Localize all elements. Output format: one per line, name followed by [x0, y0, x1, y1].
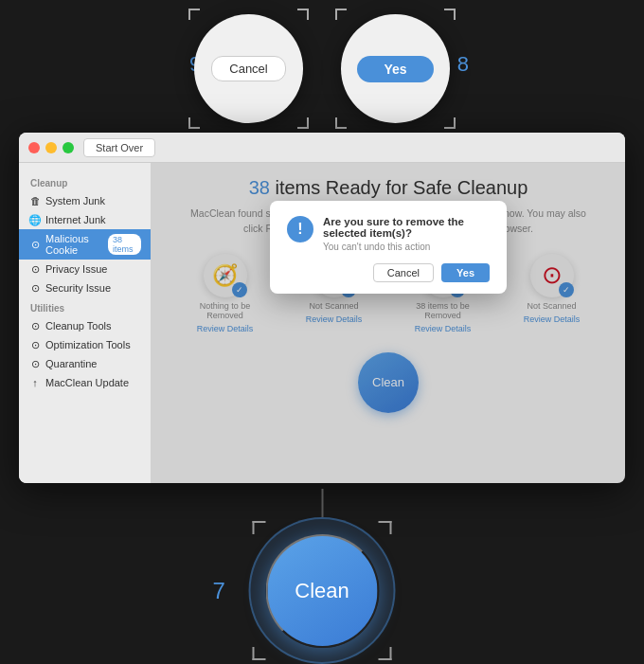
sidebar-item-privacy-issue[interactable]: ⊙ Privacy Issue	[19, 260, 151, 278]
dialog-title: Are you sure to remove the selected item…	[323, 216, 490, 239]
clean-zoom-circle: 7 Clean	[249, 517, 396, 664]
internet-junk-icon: 🌐	[28, 213, 42, 226]
maximize-button[interactable]	[63, 142, 74, 153]
cancel-zoom-circle: Cancel	[194, 14, 303, 123]
cancel-button-zoom[interactable]: Cancel	[211, 56, 285, 81]
step-number-right: 8	[457, 52, 469, 77]
sidebar-item-internet-junk[interactable]: 🌐 Internet Junk	[19, 210, 151, 229]
sidebar-item-cleanup-tools[interactable]: ⊙ Cleanup Tools	[19, 316, 151, 335]
start-over-button[interactable]: Start Over	[83, 138, 155, 157]
dialog-subtitle: You can't undo this action	[323, 242, 490, 252]
sidebar-item-system-junk[interactable]: 🗑 System Junk	[19, 191, 151, 210]
sidebar-item-security-issue[interactable]: ⊙ Security Issue	[19, 278, 151, 297]
privacy-icon: ⊙	[28, 262, 42, 276]
main-content: 38 items Ready for Safe Cleanup MacClean…	[152, 163, 625, 483]
sidebar-item-macclean-update[interactable]: ↑ MacClean Update	[19, 373, 151, 392]
system-junk-icon: 🗑	[28, 194, 42, 207]
step-number-bottom: 7	[213, 578, 225, 604]
dialog-yes-button[interactable]: Yes	[441, 263, 490, 282]
sidebar-item-quarantine[interactable]: ⊙ Quarantine	[19, 354, 151, 373]
sidebar-item-malicious-cookie[interactable]: ⊙ Malicious Cookie 38 items	[19, 229, 151, 260]
malicious-cookie-badge: 38 items	[108, 234, 141, 255]
connector-line	[321, 489, 323, 517]
dialog-cancel-button[interactable]: Cancel	[373, 263, 434, 282]
dialog-info-icon: !	[287, 216, 313, 242]
minimize-button[interactable]	[45, 142, 57, 153]
close-button[interactable]	[28, 142, 40, 153]
window-body: Cleanup 🗑 System Junk 🌐 Internet Junk ⊙ …	[19, 163, 625, 483]
top-zoom-area: 9 Cancel Yes 8	[0, 0, 644, 137]
optimization-icon: ⊙	[28, 338, 42, 351]
utilities-section-label: Utilities	[19, 297, 151, 316]
dialog-overlay: ! Are you sure to remove the selected it…	[152, 163, 625, 483]
mac-window: Start Over Cleanup 🗑 System Junk 🌐 Inter…	[19, 133, 625, 483]
security-icon: ⊙	[28, 281, 42, 295]
cleanup-tools-icon: ⊙	[28, 319, 42, 332]
confirmation-dialog: ! Are you sure to remove the selected it…	[270, 201, 507, 294]
sidebar-item-optimization-tools[interactable]: ⊙ Optimization Tools	[19, 335, 151, 354]
traffic-lights	[28, 142, 74, 153]
update-icon: ↑	[28, 376, 42, 389]
malicious-cookie-icon: ⊙	[28, 238, 42, 251]
title-bar: Start Over	[19, 133, 625, 163]
dialog-text: Are you sure to remove the selected item…	[323, 216, 490, 252]
quarantine-icon: ⊙	[28, 357, 42, 370]
cleanup-section-label: Cleanup	[19, 172, 151, 191]
dialog-body: ! Are you sure to remove the selected it…	[287, 216, 490, 252]
yes-zoom-circle: Yes	[341, 14, 450, 123]
dialog-buttons: Cancel Yes	[287, 263, 490, 282]
yes-button-zoom[interactable]: Yes	[357, 56, 433, 82]
bottom-zoom-area: 7 Clean	[249, 489, 396, 664]
clean-button-zoomed[interactable]: Clean	[265, 534, 379, 648]
sidebar: Cleanup 🗑 System Junk 🌐 Internet Junk ⊙ …	[19, 163, 152, 483]
